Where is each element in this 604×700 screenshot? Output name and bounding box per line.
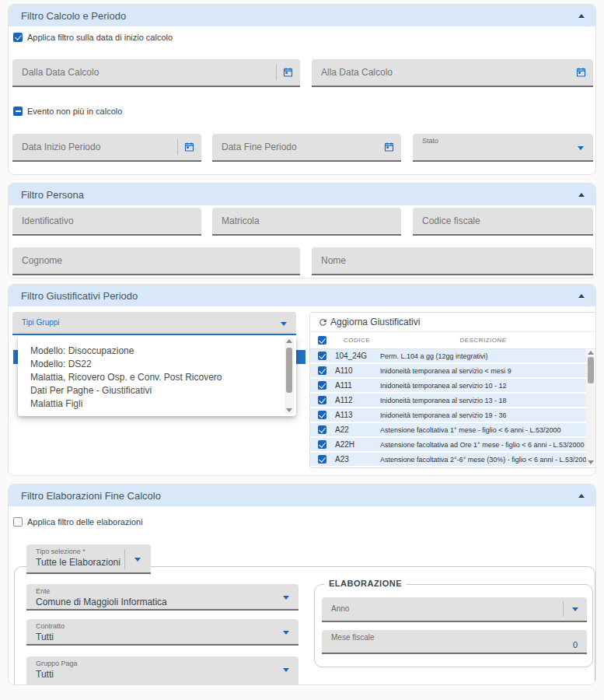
menu-item[interactable]: Modello: Disoccupazione (18, 345, 296, 358)
row-checkbox[interactable] (318, 455, 326, 464)
column-header-codice: CODICE (333, 337, 380, 344)
nome-field[interactable]: Nome (312, 247, 593, 275)
aggiorna-giustificativi-button[interactable]: Aggiorna Giustificativi (310, 313, 596, 332)
collapse-arrow-icon[interactable] (578, 294, 585, 298)
ente-select[interactable]: Ente Comune di Maggioli Informatica (26, 584, 299, 611)
collapse-arrow-icon[interactable] (578, 193, 585, 197)
evento-checkbox-row: Evento non più in calcolo (13, 107, 122, 116)
section-title: Filtro Persona (21, 189, 84, 201)
matricola-field[interactable]: Matricola (212, 208, 401, 236)
chevron-down-icon (283, 668, 289, 672)
row-desc: Astensione facoltativa 1° mese - figlio … (380, 426, 586, 434)
data-inizio-periodo-field[interactable]: Data Inizio Periodo (12, 134, 201, 162)
select-all-checkbox[interactable] (318, 336, 326, 345)
field-placeholder: Dalla Data Calcolo (22, 67, 99, 78)
collapse-arrow-icon[interactable] (578, 494, 585, 498)
codice-fiscale-field[interactable]: Codice fiscale (413, 208, 593, 236)
section-header-calcolo: Filtro Calcolo e Periodo (9, 5, 595, 26)
table-row[interactable]: A111 Inidoneità temporanea al servizio 1… (310, 379, 586, 392)
table-row[interactable]: 104_24G Perm. L.104 a gg (12gg integrati… (310, 349, 586, 362)
table-row[interactable]: A22 Astensione facoltativa 1° mese - fig… (310, 423, 586, 436)
field-label: Tipo selezione * (36, 548, 86, 555)
dalla-data-calcolo-field[interactable]: Dalla Data Calcolo (12, 59, 300, 87)
chevron-down-icon (134, 558, 141, 562)
section-calcolo-periodo: Filtro Calcolo e Periodo Applica filtro … (8, 4, 596, 175)
groupbox-legend: ELABORAZIONE (324, 579, 407, 588)
elaborazione-groupbox: ELABORAZIONE Anno Mese fiscale 0 (314, 584, 593, 667)
field-value: Tutti (36, 632, 54, 642)
table-row[interactable]: A23 Astensione facoltativa 2°-6° mese (3… (310, 453, 586, 466)
checkbox-label: Applica filtro delle elaborazioni (27, 517, 143, 527)
checkbox-indeterminate-icon[interactable] (13, 107, 23, 116)
row-desc: Inidoneità temporanea al servizio 13 - 1… (380, 397, 586, 404)
row-checkbox[interactable] (318, 381, 326, 390)
row-desc: Inidoneità temporanea al servizio < mesi… (380, 367, 586, 375)
scrollbar-thumb[interactable] (286, 348, 292, 393)
cognome-field[interactable]: Cognome (12, 247, 300, 275)
calendar-icon[interactable] (383, 142, 395, 153)
tipi-gruppi-dropdown-menu: Modello: Disoccupazione Modello: DS22 Ma… (18, 335, 296, 416)
scrollbar-thumb[interactable] (588, 357, 594, 383)
contratto-select[interactable]: Contratto Tutti (26, 619, 299, 646)
calendar-icon[interactable] (282, 67, 294, 79)
collapse-arrow-icon[interactable] (578, 14, 585, 18)
data-fine-periodo-field[interactable]: Data Fine Periodo (212, 134, 401, 162)
row-checkbox[interactable] (318, 425, 326, 434)
calendar-icon[interactable] (575, 67, 587, 79)
section-header-elaborazioni: Filtro Elaborazioni Fine Calcolo (9, 485, 595, 506)
dropdown-scrollbar[interactable] (285, 338, 294, 414)
stato-select[interactable]: Stato (413, 134, 593, 162)
tipi-gruppi-select[interactable]: Tipi Gruppi (12, 312, 296, 335)
field-divider (124, 549, 125, 569)
table-row[interactable]: A22H Astensione facoltativa ad Ore 1° me… (310, 438, 586, 451)
row-checkbox[interactable] (318, 440, 326, 449)
tipo-selezione-select[interactable]: Tipo selezione * Tutte le Elaborazioni (26, 544, 151, 574)
table-row[interactable]: A112 Inidoneità temporanea al servizio 1… (310, 394, 586, 407)
row-code: A113 (333, 411, 380, 419)
scroll-down-icon[interactable] (588, 460, 594, 464)
field-value: 0 (573, 640, 578, 649)
scroll-down-icon[interactable] (286, 408, 292, 412)
menu-item[interactable]: Modello: DS22 (18, 358, 296, 371)
row-checkbox[interactable] (318, 352, 326, 360)
section-header-persona: Filtro Persona (9, 184, 595, 205)
checkbox-label: Evento non più in calcolo (27, 107, 122, 116)
row-desc: Perm. L.104 a gg (12gg integrativi) (380, 352, 586, 360)
field-label: Mese fiscale (331, 633, 375, 642)
scroll-up-icon[interactable] (286, 339, 292, 343)
anno-select[interactable]: Anno (322, 597, 587, 622)
field-label: Tipi Gruppi (22, 318, 60, 327)
menu-item[interactable]: Malattia Figli (18, 397, 296, 411)
menu-item[interactable]: Dati Per Paghe - Giustificativi (18, 384, 296, 397)
row-checkbox[interactable] (318, 366, 326, 375)
row-checkbox[interactable] (318, 396, 326, 404)
giustificativi-table-card: Aggiorna Giustificativi CODICE DESCRIZIO… (309, 312, 596, 468)
field-value: Tutti (36, 669, 54, 680)
table-body: 104_24G Perm. L.104 a gg (12gg integrati… (310, 349, 596, 466)
refresh-action-label: Aggiorna Giustificativi (330, 317, 420, 327)
mese-fiscale-field[interactable]: Mese fiscale 0 (322, 630, 587, 654)
scroll-up-icon[interactable] (588, 351, 594, 355)
section-title: Filtro Giustificativi Periodo (21, 290, 138, 302)
apply-filter-checkbox-row: Applica filtro sulla data di inizio calc… (13, 33, 173, 42)
checkbox-unchecked-icon[interactable] (13, 517, 23, 527)
field-label: Anno (331, 604, 349, 613)
section-header-giustificativi: Filtro Giustificativi Periodo (9, 285, 595, 306)
checkbox-checked-icon[interactable] (13, 33, 23, 42)
chevron-down-icon (283, 631, 289, 635)
alla-data-calcolo-field[interactable]: Alla Data Calcolo (312, 59, 593, 87)
table-row[interactable]: A110 Inidoneità temporanea al servizio <… (310, 364, 586, 377)
gruppo-paga-select[interactable]: Gruppo Paga Tutti (26, 656, 299, 685)
field-placeholder: Matricola (222, 215, 260, 226)
identificativo-field[interactable]: Identificativo (12, 208, 201, 236)
calendar-icon[interactable] (183, 142, 195, 153)
table-scrollbar[interactable] (586, 350, 595, 466)
row-checkbox[interactable] (318, 411, 326, 419)
row-code: A112 (333, 396, 380, 404)
table-row[interactable]: A113 Inidoneità temporanea al servizio 1… (310, 408, 586, 422)
field-placeholder: Data Fine Periodo (222, 142, 297, 152)
field-divider (177, 139, 178, 155)
field-placeholder: Nome (321, 255, 346, 266)
row-code: A22H (333, 440, 380, 449)
menu-item[interactable]: Malattia, Ricovero Osp. e Conv. Post Ric… (18, 371, 296, 384)
